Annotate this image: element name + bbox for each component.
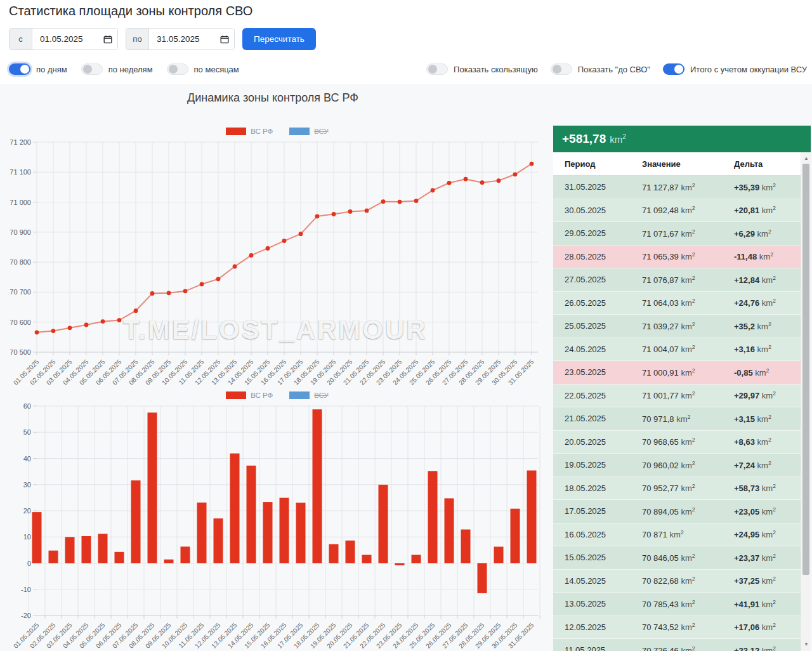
svg-text:10: 10 xyxy=(23,533,31,541)
toggle-knob xyxy=(428,65,437,74)
line-chart-legend: ВС РФВСУ xyxy=(9,124,546,138)
toggle-label: Показать скользящую xyxy=(454,65,538,74)
svg-text:70 900: 70 900 xyxy=(10,228,31,236)
table-row: 31.05.202571 127,87 km2+35,39 km2 xyxy=(553,176,801,199)
svg-text:71 100: 71 100 xyxy=(10,168,31,176)
legend-item-series[interactable]: ВС РФ xyxy=(226,391,273,399)
row-period: 16.05.2025 xyxy=(565,530,642,539)
row-value: 70 971,8 km2 xyxy=(642,414,734,424)
svg-text:0: 0 xyxy=(27,560,31,567)
row-delta: +8,63 km2 xyxy=(734,437,801,447)
content-area: Динамика зоны контроля ВС РФ ВС РФВСУ 70… xyxy=(0,84,812,651)
row-period: 15.05.2025 xyxy=(565,553,642,562)
toggle-group-options: Показать скользящуюПоказать "до СВО"Итог… xyxy=(414,63,807,75)
svg-text:30: 30 xyxy=(23,481,31,489)
legend-swatch xyxy=(226,128,246,135)
row-value: 70 960,02 km2 xyxy=(642,460,734,470)
row-value: 70 968,65 km2 xyxy=(642,437,734,447)
row-value: 70 894,05 km2 xyxy=(642,506,734,516)
toggle-total-with-vsu-occupation[interactable] xyxy=(663,63,684,75)
row-delta: -11,48 km2 xyxy=(734,251,801,261)
toggle-pre-svo[interactable] xyxy=(551,63,572,75)
scroll-up-icon[interactable]: ▲ xyxy=(801,154,811,162)
row-delta: +3,15 km2 xyxy=(734,414,801,424)
toggle-daily[interactable] xyxy=(9,63,30,75)
row-delta: +35,39 km2 xyxy=(734,182,801,192)
toggle-item-total-with-vsu-occupation: Итого с учетом оккупации ВСУ xyxy=(663,63,807,75)
date-to-input[interactable] xyxy=(149,29,215,49)
row-delta: +20,81 km2 xyxy=(734,205,801,215)
row-period: 30.05.2025 xyxy=(565,206,642,215)
row-delta: +24,76 km2 xyxy=(734,298,801,308)
row-delta: +12,84 km2 xyxy=(734,275,801,285)
table-row: 17.05.202570 894,05 km2+23,05 km2 xyxy=(553,500,801,523)
bar-chart-legend: ВС РФВСУ xyxy=(9,388,546,402)
toggle-monthly[interactable] xyxy=(167,63,188,75)
row-delta: +23,12 km2 xyxy=(734,645,801,651)
row-period: 14.05.2025 xyxy=(565,576,642,586)
row-period: 11.05.2025 xyxy=(565,645,642,651)
svg-text:-20: -20 xyxy=(21,612,31,619)
axis-labels: 70 50070 60070 70070 80070 90071 00071 1… xyxy=(10,138,31,356)
legend-label: ВСУ xyxy=(314,391,329,399)
row-value: 70 726,46 km2 xyxy=(642,645,734,651)
table-scrollbar[interactable]: ▲ ▼ xyxy=(801,152,811,651)
page-title: Статистика площади зоны контроля СВО xyxy=(9,4,252,18)
toggle-weekly[interactable] xyxy=(81,63,103,75)
table-row: 30.05.202571 092,48 km2+20,81 km2 xyxy=(553,199,801,223)
row-delta: +24,95 km2 xyxy=(734,529,801,539)
row-period: 17.05.2025 xyxy=(565,506,642,516)
row-delta: +23,37 km2 xyxy=(734,553,801,563)
row-period: 12.05.2025 xyxy=(565,622,642,632)
row-delta: +7,24 km2 xyxy=(734,460,801,470)
table-row: 16.05.202570 871 km2+24,95 km2 xyxy=(553,523,801,547)
toggle-moving-average[interactable] xyxy=(426,63,448,75)
series-ВС РФ xyxy=(32,409,537,593)
row-delta: +29,97 km2 xyxy=(734,390,801,400)
table-row: 29.05.202571 071,67 km2+6,29 km2 xyxy=(553,222,801,246)
svg-text:50: 50 xyxy=(23,428,31,436)
table-header-period: Период xyxy=(565,159,642,169)
calendar-icon[interactable] xyxy=(98,29,117,49)
table-row: 20.05.202570 968,65 km2+8,63 km2 xyxy=(553,431,801,454)
legend-item-series[interactable]: ВС РФ xyxy=(226,128,273,135)
total-delta-value: +581,78 xyxy=(562,132,606,146)
scrollbar-thumb[interactable] xyxy=(802,164,809,575)
row-value: 70 743,52 km2 xyxy=(642,622,734,632)
toggle-label: по дням xyxy=(36,65,67,74)
row-value: 70 822,68 km2 xyxy=(642,575,734,586)
table-header-row: Период Значение Дельта xyxy=(553,152,801,176)
date-from-label: с xyxy=(10,29,32,49)
row-value: 71 065,39 km2 xyxy=(642,251,734,261)
table-row: 14.05.202570 822,68 km2+37,25 km2 xyxy=(553,570,801,593)
legend-item-hidden-series[interactable]: ВСУ xyxy=(289,128,329,135)
row-period: 22.05.2025 xyxy=(565,391,642,400)
toggle-label: по неделям xyxy=(108,65,153,74)
legend-item-hidden-series[interactable]: ВСУ xyxy=(289,391,329,399)
date-from-input[interactable] xyxy=(32,29,98,49)
row-period: 24.05.2025 xyxy=(565,345,642,354)
table-row: 19.05.202570 960,02 km2+7,24 km2 xyxy=(553,454,801,477)
row-delta: +37,25 km2 xyxy=(734,575,801,586)
row-period: 20.05.2025 xyxy=(565,437,642,447)
legend-swatch xyxy=(226,391,246,399)
svg-text:70 800: 70 800 xyxy=(10,258,31,266)
scroll-down-icon[interactable]: ▼ xyxy=(801,640,811,648)
toggle-knob xyxy=(553,65,561,74)
svg-text:71 000: 71 000 xyxy=(10,199,31,206)
table-row: 23.05.202571 000,91 km2-0,85 km2 xyxy=(553,361,801,385)
legend-label: ВСУ xyxy=(314,128,329,135)
row-period: 13.05.2025 xyxy=(565,599,642,608)
date-to-group: по xyxy=(126,28,235,50)
row-delta: +3,16 km2 xyxy=(734,344,801,354)
row-delta: +58,73 km2 xyxy=(734,483,801,493)
toggles-row: по днямпо неделямпо месяцам Показать ско… xyxy=(9,63,807,75)
svg-text:-10: -10 xyxy=(21,586,31,593)
toggle-item-daily: по дням xyxy=(9,63,67,75)
recalculate-button[interactable]: Пересчитать xyxy=(242,28,316,50)
bar-chart[interactable]: -20-10010203040506001.05.202502.05.20250… xyxy=(9,402,546,651)
line-chart[interactable]: 70 50070 60070 70070 80070 90071 00071 1… xyxy=(9,138,546,388)
calendar-icon[interactable] xyxy=(215,29,234,49)
toggle-item-monthly: по месяцам xyxy=(167,63,239,75)
row-delta: +41,91 km2 xyxy=(734,599,801,609)
